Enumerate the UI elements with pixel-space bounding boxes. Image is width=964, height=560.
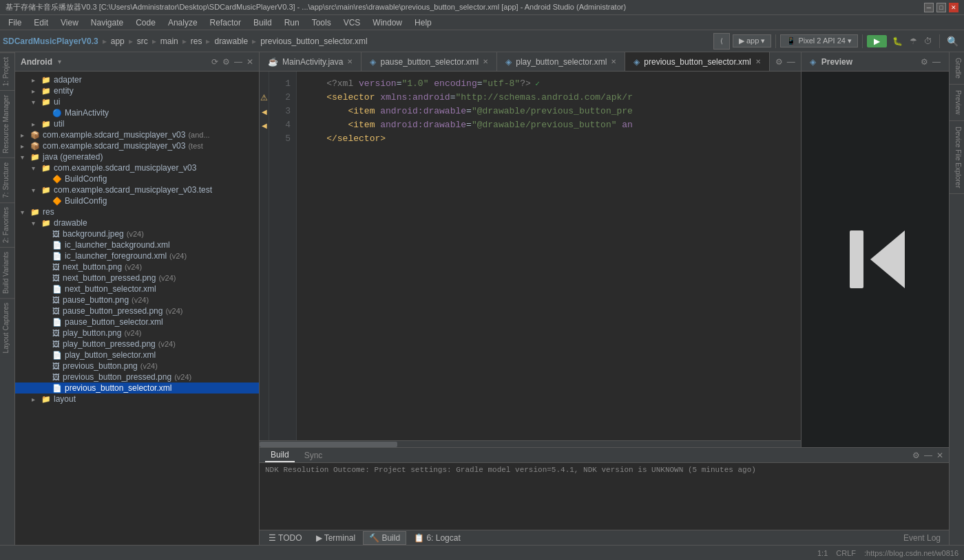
event-log-tab[interactable]: Event Log xyxy=(898,532,946,544)
run-config-arrow[interactable]: ⟨ xyxy=(713,33,730,50)
tree-item-1[interactable]: ▸📁entity xyxy=(15,85,259,96)
tree-item-5[interactable]: ▸📦com.example.sdcard_musicplayer_v03 (an… xyxy=(15,129,259,140)
tree-item-28[interactable]: 📄previous_button_selector.xml xyxy=(15,383,259,394)
line-ending[interactable]: CRLF xyxy=(836,549,856,557)
tree-item-15[interactable]: 📄ic_launcher_background.xml xyxy=(15,239,259,250)
tree-item-24[interactable]: 🖼play_button_pressed.png (v24) xyxy=(15,338,259,349)
menu-item-code[interactable]: Code xyxy=(130,17,161,29)
tab-pause-selector-close[interactable]: ✕ xyxy=(483,58,488,65)
tab-collapse-icon[interactable]: — xyxy=(787,57,795,67)
tree-item-9[interactable]: 🔶BuildConfig xyxy=(15,173,259,184)
tree-item-0[interactable]: ▸📁adapter xyxy=(15,74,259,85)
menu-item-refactor[interactable]: Refactor xyxy=(205,17,247,29)
preview-collapse-icon[interactable]: — xyxy=(932,57,941,67)
tab-mainactivity[interactable]: ☕ MainActivity.java ✕ xyxy=(260,52,362,72)
tree-item-23[interactable]: 🖼play_button.png (v24) xyxy=(15,327,259,338)
project-close-icon[interactable]: ✕ xyxy=(247,57,253,67)
menu-item-build[interactable]: Build xyxy=(248,17,277,29)
tree-item-18[interactable]: 🖼next_button_pressed.png (v24) xyxy=(15,272,259,283)
editor-scrollbar[interactable] xyxy=(260,440,801,447)
tree-item-16[interactable]: 📄ic_launcher_foreground.xml (v24) xyxy=(15,250,259,261)
breadcrumb-src[interactable]: src xyxy=(137,36,148,46)
menu-item-navigate[interactable]: Navigate xyxy=(85,17,129,29)
tree-item-12[interactable]: ▾📁res xyxy=(15,206,259,217)
tab-play-selector[interactable]: ◈ play_button_selector.xml ✕ xyxy=(497,52,625,72)
todo-tab[interactable]: ☰ TODO xyxy=(262,531,308,545)
tree-item-2[interactable]: ▾📁ui xyxy=(15,96,259,107)
menu-item-analyze[interactable]: Analyze xyxy=(163,17,203,29)
menu-item-tools[interactable]: Tools xyxy=(306,17,337,29)
android-dropdown[interactable]: ▾ xyxy=(58,58,61,65)
menu-item-window[interactable]: Window xyxy=(367,17,408,29)
tree-item-27[interactable]: 🖼previous_button_pressed.png (v24) xyxy=(15,371,259,383)
build-x-icon[interactable]: ✕ xyxy=(936,451,943,460)
menu-item-file[interactable]: File xyxy=(3,17,27,29)
sync-icon[interactable]: ⟳ xyxy=(211,57,218,67)
menu-item-vcs[interactable]: VCS xyxy=(338,17,366,29)
tree-item-19[interactable]: 📄next_button_selector.xml xyxy=(15,283,259,294)
tree-item-14[interactable]: 🖼background.jpeg (v24) xyxy=(15,228,259,239)
maximize-button[interactable]: □ xyxy=(936,3,946,12)
app-selector[interactable]: ▶ app ▾ xyxy=(733,34,771,47)
build-tab[interactable]: Build xyxy=(265,449,295,462)
build-close-icon[interactable]: — xyxy=(924,451,932,460)
tree-item-3[interactable]: 🔵MainActivity xyxy=(15,107,259,118)
tree-item-8[interactable]: ▾📁com.example.sdcard_musicplayer_v03 xyxy=(15,162,259,173)
tab-previous-selector[interactable]: ◈ previous_button_selector.xml ✕ xyxy=(625,52,769,72)
profile-button[interactable]: ⏱ xyxy=(921,35,935,47)
tree-item-11[interactable]: 🔶BuildConfig xyxy=(15,195,259,206)
tree-item-13[interactable]: ▾📁drawable xyxy=(15,217,259,228)
tree-item-17[interactable]: 🖼next_button.png (v24) xyxy=(15,261,259,272)
scroll-thumb[interactable] xyxy=(260,442,397,447)
build-settings-icon[interactable]: ⚙ xyxy=(912,451,920,460)
project-settings-icon[interactable]: ⚙ xyxy=(222,57,230,67)
debug-button[interactable]: 🐛 xyxy=(890,35,905,47)
device-file-explorer-tab[interactable]: Device File Explorer xyxy=(950,121,964,194)
tree-item-21[interactable]: 🖼pause_button_pressed.png (v24) xyxy=(15,305,259,316)
run-button[interactable]: ▶ xyxy=(867,35,887,47)
tab-play-selector-close[interactable]: ✕ xyxy=(611,58,616,65)
breadcrumb-file[interactable]: previous_button_selector.xml xyxy=(260,36,367,46)
project-tab[interactable]: 1: Project xyxy=(0,52,14,90)
structure-tab[interactable]: 7: Structure xyxy=(0,158,14,202)
coverage-button[interactable]: ☂ xyxy=(907,35,920,47)
resource-manager-tab[interactable]: Resource Manager xyxy=(0,90,14,158)
layout-captures-tab[interactable]: Layout Captures xyxy=(0,298,14,357)
sync-tab[interactable]: Sync xyxy=(299,449,328,462)
menu-item-help[interactable]: Help xyxy=(409,17,437,29)
tree-item-26[interactable]: 🖼previous_button.png (v24) xyxy=(15,360,259,371)
tab-previous-selector-close[interactable]: ✕ xyxy=(755,58,761,65)
tree-item-6[interactable]: ▸📦com.example.sdcard_musicplayer_v03 (te… xyxy=(15,140,259,151)
breadcrumb-app[interactable]: app xyxy=(111,36,125,46)
build-variants-tab[interactable]: Build Variants xyxy=(0,247,14,298)
project-collapse-icon[interactable]: — xyxy=(234,57,242,67)
minimize-button[interactable]: ─ xyxy=(924,3,934,12)
preview-gear-icon[interactable]: ⚙ xyxy=(921,57,928,67)
gradle-tab[interactable]: Gradle xyxy=(950,52,964,85)
build-bottom-tab[interactable]: 🔨 Build xyxy=(363,531,406,545)
logcat-tab[interactable]: 📋 6: Logcat xyxy=(408,531,467,545)
tree-item-10[interactable]: ▾📁com.example.sdcard_musicplayer_v03.tes… xyxy=(15,184,259,195)
menu-item-run[interactable]: Run xyxy=(279,17,305,29)
cursor-position[interactable]: 1:1 xyxy=(817,549,828,557)
tree-item-4[interactable]: ▸📁util xyxy=(15,118,259,129)
preview-side-tab[interactable]: Preview xyxy=(950,85,964,121)
search-everywhere-button[interactable]: 🔍 xyxy=(944,34,961,48)
device-selector[interactable]: 📱 Pixel 2 API 24 ▾ xyxy=(780,34,858,47)
breadcrumb-res[interactable]: res xyxy=(191,36,202,46)
breadcrumb-root[interactable]: SDCardMusicPlayerV0.3 xyxy=(3,36,98,46)
breadcrumb-main[interactable]: main xyxy=(160,36,178,46)
favorites-tab[interactable]: 2: Favorites xyxy=(0,202,14,247)
terminal-tab[interactable]: ▶ Terminal xyxy=(310,531,362,545)
tree-item-7[interactable]: ▾📁java (generated) xyxy=(15,151,259,162)
tree-item-20[interactable]: 🖼pause_button.png (v24) xyxy=(15,294,259,305)
encoding-info[interactable]: :https://blog.csdn.net/w0816 xyxy=(864,549,958,557)
menu-item-edit[interactable]: Edit xyxy=(28,17,54,29)
tree-item-29[interactable]: ▸📁layout xyxy=(15,394,259,405)
tab-pause-selector[interactable]: ◈ pause_button_selector.xml ✕ xyxy=(362,52,497,72)
tree-item-25[interactable]: 📄play_button_selector.xml xyxy=(15,349,259,360)
menu-item-view[interactable]: View xyxy=(55,17,84,29)
tab-mainactivity-close[interactable]: ✕ xyxy=(347,58,353,65)
tab-gear-icon[interactable]: ⚙ xyxy=(775,57,783,67)
code-editor[interactable]: <?xml version="1.0" encoding="utf-8"?> ✓… xyxy=(297,72,801,440)
